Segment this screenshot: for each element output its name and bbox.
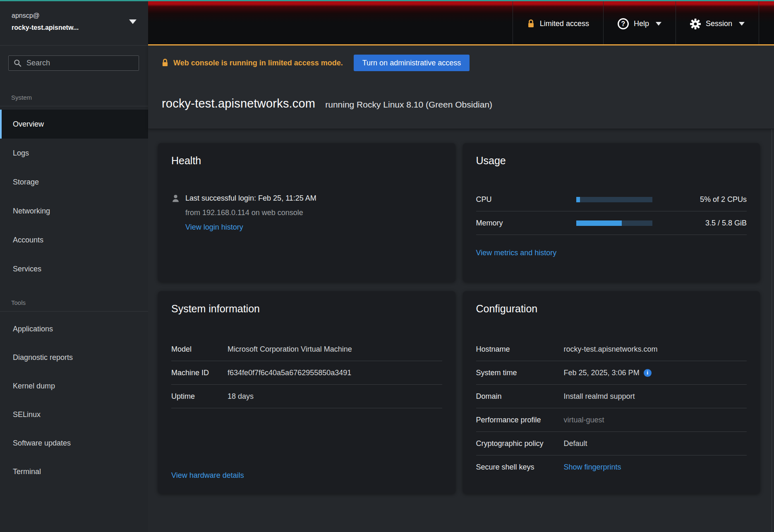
table-row: Domain Install realmd support: [476, 385, 747, 408]
memory-value: 3.5 / 5.8 GiB: [652, 219, 747, 228]
performance-profile-label: Performance profile: [476, 416, 564, 424]
title-row: rocky-test.apisnetworks.com running Rock…: [162, 97, 774, 129]
uptime-value: 18 days: [228, 392, 254, 401]
hostname-label: Hostname: [476, 345, 564, 354]
page-subtitle: running Rocky Linux 8.10 (Green Obsidian…: [325, 100, 492, 110]
sidebar-item-applications[interactable]: Applications: [0, 315, 148, 343]
system-information-title: System information: [171, 302, 442, 315]
view-metrics-link[interactable]: View metrics and history: [476, 246, 747, 260]
user-icon: [171, 194, 180, 203]
chevron-down-icon: [739, 22, 745, 26]
table-row: Cryptographic policy Default: [476, 432, 747, 455]
divider: [0, 106, 148, 106]
search-box[interactable]: [8, 55, 139, 71]
chevron-down-icon: [656, 22, 661, 26]
sidebar-item-storage[interactable]: Storage: [0, 168, 148, 197]
banner-message: Web console is running in limited access…: [173, 59, 343, 67]
system-time-value: Feb 25, 2025, 3:06 PM i: [564, 369, 652, 377]
sidebar-item-selinux[interactable]: SELinux: [0, 400, 148, 429]
session-menu[interactable]: Session: [676, 0, 759, 44]
table-row: System time Feb 25, 2025, 3:06 PM i: [476, 361, 747, 385]
help-icon: ?: [618, 18, 629, 29]
user-menu[interactable]: apnscp@ rocky-test.apisnetw...: [0, 1, 148, 46]
sidebar-item-networking[interactable]: Networking: [0, 197, 148, 225]
memory-label: Memory: [476, 219, 577, 228]
secure-shell-keys-value: Show fingerprints: [564, 463, 621, 472]
last-login-text: Last successful login: Feb 25, 11:25 AM: [185, 191, 316, 206]
model-label: Model: [171, 345, 228, 354]
sidebar-item-kernel-dump[interactable]: Kernel dump: [0, 372, 148, 400]
system-time-label: System time: [476, 369, 564, 377]
system-information-table: Model Microsoft Corporation Virtual Mach…: [171, 338, 442, 408]
search-input[interactable]: [26, 59, 134, 67]
memory-usage-row: Memory 3.5 / 5.8 GiB: [476, 211, 747, 235]
table-row: Uptime 18 days: [171, 385, 442, 408]
cpu-progress-bar: [576, 197, 652, 202]
table-row: Performance profile virtual-guest: [476, 408, 747, 432]
masthead: Limited access ? Help: [148, 0, 774, 46]
user-name: apnscp@: [12, 10, 125, 22]
sidebar-item-logs[interactable]: Logs: [0, 139, 148, 168]
nav-section-tools: Tools: [11, 299, 148, 306]
search-icon: [14, 59, 22, 67]
usage-card-title: Usage: [476, 154, 747, 167]
sidebar: apnscp@ rocky-test.apisnetw... System Ov…: [0, 0, 148, 532]
secure-shell-keys-label: Secure shell keys: [476, 463, 564, 472]
cpu-bar-fill: [576, 197, 580, 202]
info-icon[interactable]: i: [644, 369, 652, 377]
sidebar-item-overview[interactable]: Overview: [0, 110, 148, 139]
limited-access-banner: Web console is running in limited access…: [161, 55, 774, 71]
page-header: Web console is running in limited access…: [148, 46, 774, 129]
configuration-title: Configuration: [476, 302, 747, 315]
top-accent-line: [0, 0, 774, 1]
nav-section-system: System: [11, 94, 148, 101]
help-menu[interactable]: ? Help: [603, 0, 676, 44]
limited-access-indicator[interactable]: Limited access: [513, 0, 603, 44]
machine-id-label: Machine ID: [171, 369, 228, 377]
table-row: Machine ID f634fe0f7f6c40a5a6762955850a3…: [171, 361, 442, 385]
system-information-card: System information Model Microsoft Corpo…: [158, 291, 455, 494]
show-fingerprints-link[interactable]: Show fingerprints: [564, 463, 621, 472]
content-area: Health Last successful login: Feb 25, 11…: [148, 129, 774, 532]
main-area: Limited access ? Help: [148, 0, 774, 532]
nav-list-system: Overview Logs Storage Networking Account…: [0, 110, 148, 283]
health-body: Last successful login: Feb 25, 11:25 AM …: [171, 191, 442, 235]
gear-icon: [690, 19, 701, 29]
cpu-label: CPU: [476, 195, 577, 204]
limited-access-label: Limited access: [540, 19, 589, 28]
last-login-detail: from 192.168.0.114 on web console: [185, 206, 316, 220]
sidebar-item-diagnostic-reports[interactable]: Diagnostic reports: [0, 343, 148, 372]
scrollbar[interactable]: [772, 129, 772, 532]
sidebar-item-terminal[interactable]: Terminal: [0, 458, 148, 486]
model-value: Microsoft Corporation Virtual Machine: [228, 345, 352, 354]
domain-value[interactable]: Install realmd support: [564, 392, 635, 401]
table-row: Model Microsoft Corporation Virtual Mach…: [171, 338, 442, 361]
cryptographic-policy-value: Default: [564, 439, 587, 448]
session-label: Session: [706, 19, 732, 28]
configuration-table: Hostname rocky-test.apisnetworks.com Sys…: [476, 338, 747, 479]
banner-message-wrap: Web console is running in limited access…: [161, 58, 343, 67]
table-row: Hostname rocky-test.apisnetworks.com: [476, 338, 747, 361]
turn-on-admin-access-button[interactable]: Turn on administrative access: [354, 55, 470, 71]
sidebar-item-accounts[interactable]: Accounts: [0, 225, 148, 254]
chevron-down-icon: [129, 19, 137, 24]
sidebar-item-services[interactable]: Services: [0, 254, 148, 283]
uptime-label: Uptime: [171, 392, 228, 401]
page-title: rocky-test.apisnetworks.com: [162, 97, 315, 110]
configuration-card: Configuration Hostname rocky-test.apisne…: [463, 291, 760, 494]
system-time-text: Feb 25, 2025, 3:06 PM: [564, 369, 640, 377]
health-card: Health Last successful login: Feb 25, 11…: [158, 143, 455, 282]
user-hostname: rocky-test.apisnetw...: [12, 22, 125, 34]
usage-rows: CPU 5% of 2 CPUs Memory 3.5 / 5.8 GiB: [476, 188, 747, 235]
memory-bar-fill: [576, 220, 622, 226]
help-label: Help: [634, 19, 649, 28]
machine-id-value: f634fe0f7f6c40a5a6762955850a3491: [228, 369, 351, 377]
sidebar-search: [0, 46, 148, 71]
health-lines: Last successful login: Feb 25, 11:25 AM …: [185, 191, 316, 235]
view-login-history-link[interactable]: View login history: [185, 220, 316, 235]
view-hardware-details-link[interactable]: View hardware details: [171, 468, 442, 483]
memory-progress-bar: [576, 220, 652, 226]
sidebar-item-software-updates[interactable]: Software updates: [0, 429, 148, 458]
nav-list-tools: Applications Diagnostic reports Kernel d…: [0, 315, 148, 486]
hostname-value: rocky-test.apisnetworks.com: [564, 345, 658, 354]
